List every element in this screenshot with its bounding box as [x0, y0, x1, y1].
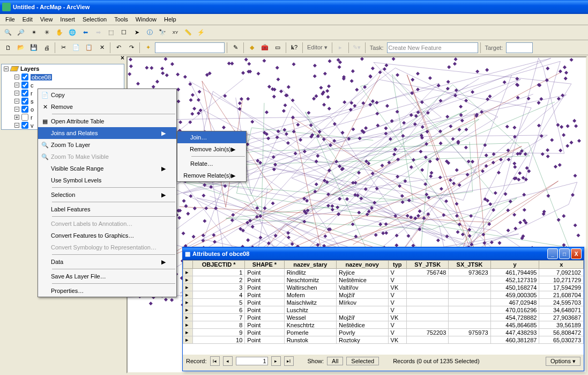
cell[interactable]: 17,594299	[539, 284, 584, 291]
cell[interactable]: Povrly	[337, 329, 389, 336]
minimize-icon[interactable]: _	[547, 248, 558, 259]
cell[interactable]: Kneschtrtz	[284, 321, 336, 329]
menu-file[interactable]: File	[2, 15, 18, 24]
cell[interactable]: Mofern	[284, 291, 336, 299]
cell[interactable]: 7,092102	[539, 269, 584, 276]
menu-item[interactable]: Joins and Relates▶	[38, 127, 176, 139]
toc-close-icon[interactable]: ×	[121, 54, 124, 62]
show-selected-button[interactable]: Selected	[346, 357, 379, 365]
editor-menu[interactable]: Editor ▾	[305, 44, 330, 51]
column-header[interactable]: SX_JTSK	[449, 261, 490, 269]
cell[interactable]	[449, 321, 490, 329]
cell[interactable]: Maischlwitz	[284, 299, 336, 306]
cell[interactable]: V	[388, 306, 406, 314]
cell[interactable]: Point	[245, 269, 284, 276]
new-icon[interactable]: 🗋	[2, 42, 14, 54]
menu-item[interactable]: Label Features	[38, 203, 176, 215]
cell[interactable]: 27,903687	[539, 314, 584, 321]
paste-icon[interactable]: 📋	[83, 42, 95, 54]
cell[interactable]	[407, 291, 449, 299]
options-button[interactable]: Options ▾	[546, 357, 580, 366]
cell[interactable]: Roztoky	[337, 336, 389, 344]
table-row[interactable]: ▸5PointMaischlwitzMírkovV467,0294824,595…	[183, 299, 584, 306]
record-input[interactable]	[236, 357, 268, 365]
cell[interactable]: Ryjice	[337, 269, 389, 276]
expand-icon[interactable]: −	[4, 67, 9, 71]
cell[interactable]: Mojžíř	[337, 314, 389, 321]
cell[interactable]	[449, 291, 490, 299]
cell[interactable]: 460,381287	[490, 336, 539, 344]
cell[interactable]	[449, 314, 490, 321]
menu-item[interactable]: Selection▶	[38, 189, 176, 201]
last-record-icon[interactable]: ▸I	[284, 356, 294, 366]
cell[interactable]: 467,02948	[490, 299, 539, 306]
cell[interactable]	[449, 336, 490, 344]
cell[interactable]: 756748	[407, 269, 449, 276]
layer-checkbox[interactable]	[21, 114, 28, 121]
cell[interactable]: 3	[193, 284, 245, 291]
cell[interactable]: V	[388, 291, 406, 299]
first-record-icon[interactable]: I◂	[210, 356, 220, 366]
attributes-titlebar[interactable]: ▦ Attributes of obce08 _ □ X	[183, 247, 584, 260]
menu-tools[interactable]: Tools	[111, 15, 131, 24]
cell[interactable]: 752203	[407, 329, 449, 336]
zoom-in-icon[interactable]: 🔍	[2, 27, 14, 39]
menu-item[interactable]: Properties…	[38, 285, 176, 297]
menu-selection[interactable]: Selection	[79, 15, 110, 24]
column-header[interactable]: y	[490, 261, 539, 269]
cell[interactable]: 454,728882	[490, 314, 539, 321]
cell[interactable]: 5	[193, 299, 245, 306]
cell[interactable]: 39,56189	[539, 321, 584, 329]
expand-icon[interactable]: −	[14, 99, 19, 104]
cell[interactable]: Luschitz	[284, 306, 336, 314]
layer-checkbox[interactable]	[21, 122, 28, 129]
cell[interactable]: Point	[245, 284, 284, 291]
menu-view[interactable]: View	[37, 15, 56, 24]
cell[interactable]: Rindlitz	[284, 269, 336, 276]
arctoolbox-icon[interactable]: 🧰	[259, 42, 271, 54]
column-header[interactable]: SY_JTSK	[407, 261, 449, 269]
menu-item[interactable]: Use Symbol Levels	[38, 174, 176, 186]
toc-layers-header[interactable]: − Layers	[2, 64, 124, 73]
cell[interactable]: Point	[245, 291, 284, 299]
cell[interactable]: 6	[193, 306, 245, 314]
cell[interactable]: 452,127319	[490, 276, 539, 284]
layer-item[interactable]: − obce08	[2, 73, 124, 81]
cell[interactable]: Pomerle	[284, 329, 336, 336]
undo-icon[interactable]: ↶	[113, 42, 124, 54]
menu-item[interactable]: ▦Open Attribute Table	[38, 115, 176, 127]
layer-checkbox[interactable]	[21, 82, 28, 89]
table-row[interactable]: ▸1PointRindlitzRyjiceV756748973623461,79…	[183, 269, 584, 276]
edit-tool-icon[interactable]: ▸	[334, 42, 346, 54]
clear-selection-icon[interactable]: ☐	[118, 27, 130, 39]
cmdline-icon[interactable]: ▭	[272, 42, 284, 54]
expand-icon[interactable]: −	[14, 75, 19, 79]
table-row[interactable]: ▸9PointPomerlePovrlyV752203975973447,438…	[183, 329, 584, 336]
table-row[interactable]: ▸2PointNeschtomitzNeštěmiceV452,12731910…	[183, 276, 584, 284]
cell[interactable]: 2	[193, 276, 245, 284]
cell[interactable]: 10,271729	[539, 276, 584, 284]
menu-item[interactable]: ✕Remove	[38, 101, 176, 113]
select-features-icon[interactable]: ⬚	[105, 27, 117, 39]
cell[interactable]: VK	[388, 336, 406, 344]
pan-icon[interactable]: ✋	[54, 27, 65, 39]
table-row[interactable]: ▸8PointKneschtrtzNeštědiceV445,86468539,…	[183, 321, 584, 329]
cell[interactable]	[407, 284, 449, 291]
expand-icon[interactable]: −	[14, 91, 19, 95]
redo-icon[interactable]: ↷	[125, 42, 137, 54]
menu-item[interactable]: 📄Copy	[38, 89, 176, 101]
layer-checkbox[interactable]	[21, 73, 28, 80]
cell[interactable]	[407, 336, 449, 344]
cell[interactable]: Point	[245, 329, 284, 336]
cell[interactable]: Point	[245, 306, 284, 314]
expand-icon[interactable]: −	[14, 123, 19, 128]
layer-checkbox[interactable]	[21, 90, 28, 97]
open-icon[interactable]: 📂	[15, 42, 27, 54]
table-row[interactable]: ▸10PointRunstokRoztokyVK460,38128765,030…	[183, 336, 584, 344]
cell[interactable]: Mojžíř	[337, 291, 389, 299]
cell[interactable]: Point	[245, 321, 284, 329]
pointer-icon[interactable]: ➤	[131, 27, 143, 39]
cell[interactable]: V	[388, 299, 406, 306]
row-selector[interactable]: ▸	[183, 269, 193, 276]
column-header[interactable]: nazev_novy	[337, 261, 389, 269]
